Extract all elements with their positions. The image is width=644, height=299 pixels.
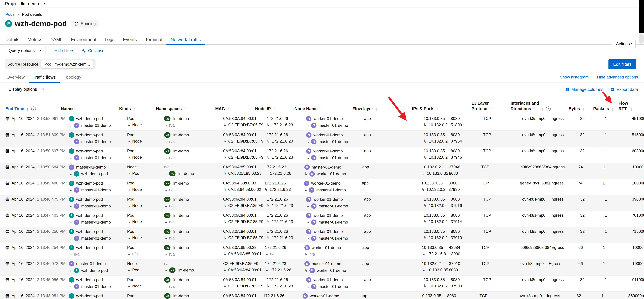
column-header-names[interactable]: Names↕ bbox=[59, 106, 118, 114]
tab-logs[interactable]: Logs bbox=[100, 35, 119, 45]
cell-line: ovn-k8s-mp0Ingress bbox=[522, 213, 577, 218]
help-icon[interactable]: ? bbox=[546, 107, 551, 111]
source-resource-filter-chip[interactable]: Pod.llm-demo.wzh-dem... bbox=[41, 60, 93, 68]
table-row[interactable]: Apr 16, 2024,2:13:49.488 PMPwzh-demo-pod… bbox=[0, 179, 644, 195]
cell-line: ↳n/a bbox=[304, 252, 359, 257]
cell-line: 10000ns bbox=[628, 245, 644, 250]
cell-line: ↳Node bbox=[127, 219, 161, 224]
table-row[interactable]: Apr 16, 2024,2:13:46.256 PMPwzh-demo-pod… bbox=[0, 227, 644, 243]
sort-icon[interactable]: ↕ bbox=[582, 107, 584, 112]
cell-line: ↳10.133.0.358080 bbox=[422, 267, 478, 272]
column-header-packets[interactable]: Packets↕ bbox=[592, 106, 617, 114]
sort-icon[interactable]: ↕ bbox=[320, 107, 322, 112]
node-badge-icon: N bbox=[74, 219, 79, 225]
column-header-ips-ports[interactable]: IPs & Ports↕ bbox=[410, 106, 470, 114]
sort-icon[interactable]: ↕ bbox=[437, 107, 439, 112]
cell-line: Apr 16, 2024,2:13:45.056 PM bbox=[5, 277, 66, 282]
tab-environment[interactable]: Environment bbox=[67, 35, 100, 45]
tab-terminal[interactable]: Terminal bbox=[141, 35, 166, 45]
breadcrumb-pods-link[interactable]: Pods bbox=[5, 12, 14, 17]
cell-namespaces: NSllm-demo↳n/a bbox=[162, 195, 222, 211]
show-histogram-link[interactable]: Show histogram bbox=[560, 75, 589, 80]
edit-filters-button[interactable]: Edit filters bbox=[608, 59, 636, 69]
table-row[interactable]: Apr 16, 2024,2:13:43.951 PMPwzh-demo-pod… bbox=[0, 291, 644, 299]
sort-icon[interactable]: ↕ bbox=[77, 107, 79, 112]
cell-value: app bbox=[364, 277, 371, 282]
cell-line: ↳Node bbox=[127, 235, 161, 240]
cell-end-time: Apr 16, 2024,2:13:46.256 PM bbox=[0, 227, 67, 243]
cell-value: Node bbox=[132, 235, 142, 240]
tab-yaml[interactable]: YAML bbox=[46, 35, 67, 45]
sort-icon[interactable]: ↕ bbox=[630, 107, 632, 112]
sort-icon[interactable]: ↕ bbox=[375, 107, 378, 112]
table-row[interactable]: Apr 16, 2024,2:13:46.072 PMNmaster-01-de… bbox=[0, 259, 644, 275]
cell-value: n/a bbox=[270, 251, 276, 256]
cell-flow-rtt: 701000ns bbox=[628, 211, 644, 227]
scrollbar-track[interactable] bbox=[639, 0, 644, 33]
display-options-dropdown[interactable]: Display options ▼ bbox=[5, 85, 48, 94]
namespace-badge-icon: NS bbox=[164, 213, 170, 218]
query-options-dropdown[interactable]: Query options ▼ bbox=[5, 46, 46, 55]
return-arrow-icon: ↳ bbox=[424, 203, 427, 208]
cell-node-name: Nworker-01-demo↳Nmaster-01-demo bbox=[304, 131, 362, 147]
return-arrow-icon: ↳ bbox=[306, 123, 310, 128]
return-arrow-icon: ↳ bbox=[306, 220, 310, 224]
table-row[interactable]: Apr 16, 2024,2:13:50.684 PMNmaster-01-de… bbox=[0, 163, 644, 179]
cell-line: 398000ns bbox=[630, 197, 644, 202]
export-data-link[interactable]: Export data bbox=[610, 87, 638, 92]
column-header-flow-layer[interactable]: Flow layer↕ bbox=[351, 106, 410, 114]
tab-events[interactable]: Events bbox=[119, 35, 141, 45]
cell-bytes: 74 bbox=[576, 179, 601, 195]
column-header-kinds[interactable]: Kinds↕ bbox=[118, 106, 154, 114]
subtab-overview[interactable]: Overview bbox=[2, 72, 29, 83]
sort-icon[interactable]: ↕ bbox=[491, 107, 493, 112]
column-header-mac[interactable]: MAC↕ bbox=[214, 106, 254, 114]
subtab-topology[interactable]: Topology bbox=[60, 72, 85, 83]
column-header-bytes[interactable]: Bytes↕ bbox=[567, 106, 592, 114]
table-row[interactable]: Apr 16, 2024,2:13:46.254 PMPwzh-demo-pod… bbox=[0, 243, 644, 259]
column-header-end-time[interactable]: End Time↑? bbox=[0, 106, 59, 114]
tab-metrics[interactable]: Metrics bbox=[24, 35, 46, 45]
column-header-flow-rtt[interactable]: FlowRTT↕ bbox=[617, 100, 644, 114]
sort-icon[interactable]: ↕ bbox=[227, 107, 229, 112]
table-row[interactable]: Apr 16, 2024,2:13:48.475 PMPwzh-demo-pod… bbox=[0, 195, 644, 211]
sort-icon[interactable]: ↕ bbox=[273, 107, 275, 112]
ip-value: 10.133.0.35 bbox=[422, 245, 449, 250]
cell-line: 515000ns bbox=[630, 132, 644, 137]
cell-packets: 1 bbox=[602, 163, 627, 179]
help-icon[interactable]: ? bbox=[31, 107, 36, 111]
table-row[interactable]: Apr 16, 2024,2:13:50.697 PMPwzh-demo-pod… bbox=[0, 147, 644, 163]
table-row[interactable]: Apr 16, 2024,2:13:51.809 PMPwzh-demo-pod… bbox=[0, 130, 644, 147]
cell-value: 10.133.0.35 bbox=[420, 293, 441, 298]
table-row[interactable]: Apr 16, 2024,2:13:52.961 PMPwzh-demo-pod… bbox=[0, 114, 644, 130]
cell-kinds: Pod↳Node bbox=[126, 131, 162, 147]
sort-icon[interactable]: ↕ bbox=[133, 107, 135, 112]
cell-line: 0A:58:0A:85:00:01 bbox=[223, 164, 262, 170]
manage-columns-link[interactable]: Manage columns bbox=[565, 87, 603, 92]
sort-ascending-icon[interactable]: ↑ bbox=[26, 106, 29, 112]
sort-icon[interactable]: ↕ bbox=[184, 107, 186, 112]
tab-network-traffic[interactable]: Network Traffic bbox=[166, 35, 205, 45]
column-header-namespaces[interactable]: Namespaces↕ bbox=[154, 106, 214, 114]
collapse-link[interactable]: Collapse bbox=[82, 48, 104, 53]
scrollbar-thumb[interactable] bbox=[639, 34, 643, 43]
cell-line: TCP bbox=[483, 213, 519, 218]
column-header-interfaces-and-directions[interactable]: Interfaces andDirections↕? bbox=[509, 100, 567, 114]
sort-icon[interactable]: ↕ bbox=[612, 107, 614, 112]
actions-button[interactable]: Actions ▼ bbox=[612, 40, 636, 48]
column-header-l3-layer-protocol[interactable]: L3 LayerProtocol↕ bbox=[470, 100, 509, 114]
subtab-traffic-flows[interactable]: Traffic flows bbox=[29, 72, 60, 83]
hide-advanced-options-link[interactable]: Hide advanced options bbox=[597, 75, 638, 80]
table-row[interactable]: Apr 16, 2024,2:13:45.056 PMPwzh-demo-pod… bbox=[0, 275, 644, 291]
table-row[interactable]: Apr 16, 2024,2:13:47.403 PMPwzh-demo-pod… bbox=[0, 211, 644, 227]
column-header-node-name[interactable]: Node Name↕ bbox=[293, 106, 351, 114]
column-header-node-ip[interactable]: Node IP↕ bbox=[254, 106, 293, 114]
project-selector[interactable]: Project: llm-demo bbox=[5, 1, 39, 6]
cell-value: Node bbox=[132, 139, 142, 144]
cell-line: app bbox=[362, 164, 418, 170]
cell-value: app bbox=[364, 116, 371, 121]
hide-filters-link[interactable]: Hide filters bbox=[54, 48, 74, 53]
sort-icon[interactable]: ↕ bbox=[542, 107, 544, 112]
return-arrow-icon: ↳ bbox=[69, 139, 72, 144]
tab-details[interactable]: Details bbox=[1, 35, 24, 45]
